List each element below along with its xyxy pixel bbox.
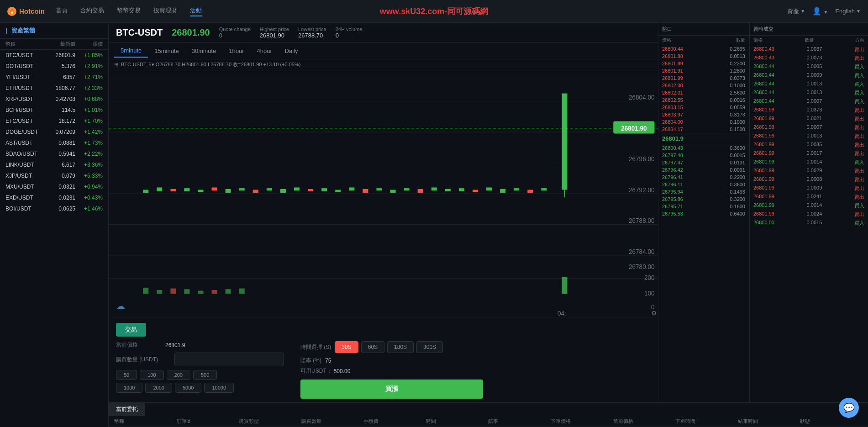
nav-activity[interactable]: 活動 (190, 6, 202, 16)
sidebar-row[interactable]: BTC/USDT 26801.9 +1.85% (0, 50, 108, 61)
sidebar-row[interactable]: XRP/USDT 0.42708 +0.68% (0, 94, 108, 105)
sidebar-row[interactable]: DOT/USDT 5.376 +2.91% (0, 61, 108, 72)
sidebar-row[interactable]: EXD/USDT 0.0231 +0.43% (0, 192, 108, 203)
svg-rect-23 (267, 188, 272, 190)
recent-trades: 賣時成交 價格 數量 方向 26800.430.0037賣出26800.430.… (749, 23, 868, 427)
main-layout: | 資產繁體 幣種 最新價 漲價 BTC/USDT 26801.9 +1.85%… (0, 23, 868, 427)
chart-tab[interactable]: Daily (279, 45, 305, 57)
svg-rect-57 (239, 289, 245, 294)
chart-svg: 26804.00 26800.00 26796.00 26792.00 2678… (109, 70, 658, 317)
buy-qty-label: 購買數量 (USDT) (116, 356, 171, 364)
svg-rect-31 (376, 188, 382, 190)
bottom-col-header: 下單價格 (551, 418, 613, 425)
ob-ask-row: 26804.170.1500 (658, 126, 749, 133)
sidebar-row[interactable]: BOI/USDT 0.0625 +1.46% (0, 203, 108, 214)
chart-tab[interactable]: 4hour (250, 45, 278, 57)
nav-futures[interactable]: 合約交易 (80, 6, 104, 16)
sidebar-row[interactable]: ETH/USDT 1806.77 +2.33% (0, 83, 108, 94)
svg-rect-16 (170, 189, 176, 191)
time-btn[interactable]: 60S (361, 341, 384, 353)
svg-rect-38 (473, 190, 478, 192)
svg-rect-24 (280, 189, 286, 193)
preset-btn[interactable]: 1000 (116, 383, 142, 393)
svg-rect-41 (514, 188, 519, 190)
nav-spot[interactable]: 幣幣交易 (117, 6, 141, 16)
chart-area: 26804.00 26800.00 26796.00 26792.00 2678… (109, 70, 658, 317)
svg-rect-56 (226, 289, 231, 294)
nav-home[interactable]: 首頁 (56, 6, 68, 16)
preset-btn[interactable]: 10000 (204, 383, 234, 393)
presets-row1: 50100200500 (116, 370, 289, 380)
bottom-col-header: 結束時間 (738, 418, 800, 425)
rt-row: 26801.990.0021賣出 (750, 115, 868, 123)
ob-bid-row: 26795.860.3200 (658, 195, 749, 203)
svg-rect-45 (562, 94, 567, 190)
svg-rect-17 (184, 188, 189, 191)
nav-language[interactable]: English ▼ (835, 8, 861, 15)
chart-info-bar: ⊞ BTC-USDT, 5▾ O26788.70 H26801.90 L2678… (109, 59, 658, 70)
watermark: www.skU32.com-同可源碼網 (380, 6, 488, 17)
sidebar-row[interactable]: XJP/USDT 0.079 +5.33% (0, 170, 108, 181)
rt-row: 26800.000.0015買入 (750, 219, 868, 227)
topnav: 🔥 Hotcoin 首頁 合約交易 幣幣交易 投資理財 活動 www.skU32… (0, 0, 868, 23)
nav-invest[interactable]: 投資理財 (153, 6, 177, 16)
preset-btn[interactable]: 200 (167, 370, 190, 380)
sidebar-row[interactable]: DOGE/USDT 0.07209 +1.42% (0, 127, 108, 137)
chart-indicator-icon[interactable]: ☁ (116, 300, 125, 311)
nav-assets[interactable]: 資產 ▼ (787, 7, 805, 16)
sidebar: | 資產繁體 幣種 最新價 漲價 BTC/USDT 26801.9 +1.85%… (0, 23, 109, 427)
svg-rect-19 (212, 188, 217, 191)
sidebar-row[interactable]: SDAO/USDT 0.5941 +2.22% (0, 148, 108, 159)
rt-row: 26800.430.0037賣出 (750, 45, 868, 54)
svg-rect-34 (418, 189, 423, 193)
time-btn[interactable]: 180S (387, 341, 414, 353)
bottom-col-header: 手續費 (363, 418, 426, 425)
rt-row: 26800.440.0005買入 (750, 63, 868, 71)
svg-rect-26 (308, 189, 313, 191)
preset-btn[interactable]: 2000 (145, 383, 172, 393)
btn-buy-rise[interactable]: 買漲 (300, 380, 483, 399)
chart-tab[interactable]: 1hour (222, 45, 250, 57)
sidebar-row[interactable]: ETC/USDT 18.172 +1.70% (0, 116, 108, 127)
svg-rect-18 (198, 190, 203, 192)
bottom-col-header: 當前價格 (613, 418, 676, 425)
center-area: BTC-USDT 26801.90 Quote change 0 Highest… (109, 23, 658, 427)
chart-pair-name: BTC-USDT (116, 27, 163, 38)
ob-ask-row: 26802.012.5600 (658, 89, 749, 96)
svg-rect-55 (212, 290, 217, 294)
svg-text:100: 100 (644, 289, 655, 297)
ob-bid-row: 26795.940.1493 (658, 188, 749, 195)
orderbook-bids: 26800.430.360026797.480.001526797.470.01… (658, 144, 749, 217)
bottom-tab[interactable]: 當前委托 (109, 403, 145, 416)
preset-btn[interactable]: 100 (140, 370, 163, 380)
ob-ask-row: 26802.000.1000 (658, 82, 749, 89)
chart-tab[interactable]: 30minute (185, 45, 222, 57)
stat-lowest: Lowest price 26788.70 (298, 26, 326, 39)
logo[interactable]: 🔥 Hotcoin (7, 7, 45, 16)
preset-btn[interactable]: 50 (116, 370, 137, 380)
rt-row: 26801.990.0017賣出 (750, 149, 868, 158)
stat-quote-change: Quote change 0 (219, 26, 251, 39)
rt-row: 26801.990.0013賣出 (750, 132, 868, 141)
time-btn[interactable]: 300S (416, 341, 443, 353)
sidebar-row[interactable]: BCH/USDT 114.5 +1.01% (0, 105, 108, 116)
sidebar-row[interactable]: LINK/USDT 6.617 +3.36% (0, 159, 108, 170)
trade-left: 當前價格 26801.9 購買數量 (USDT) 50100200500 100… (116, 341, 289, 393)
preset-btn[interactable]: 500 (193, 370, 217, 380)
sidebar-row[interactable]: YFI/USDT 6857 +2.71% (0, 72, 108, 83)
bottom-col-header: 購買數量 (301, 418, 364, 425)
buy-qty-input[interactable] (174, 353, 284, 366)
sidebar-row[interactable]: AST/USDT 0.0881 +1.73% (0, 137, 108, 148)
svg-rect-54 (198, 291, 203, 294)
trade-tab-button[interactable]: 交易 (116, 323, 146, 337)
rt-list: 26800.430.0037賣出26800.430.0073賣出26800.44… (750, 45, 868, 427)
time-btn[interactable]: 30S (335, 341, 358, 353)
chart-tab[interactable]: 5minute (114, 44, 148, 58)
sidebar-row[interactable]: MXU/USDT 0.0321 +0.94% (0, 181, 108, 192)
rt-row: 26800.440.0009買入 (750, 71, 868, 80)
rt-row: 26800.440.0013買入 (750, 80, 868, 89)
nav-account[interactable]: 👤 ▼ (812, 7, 828, 16)
chat-bubble[interactable]: 💬 (839, 398, 859, 418)
chart-tab[interactable]: 15minute (148, 45, 185, 57)
preset-btn[interactable]: 5000 (175, 383, 201, 393)
